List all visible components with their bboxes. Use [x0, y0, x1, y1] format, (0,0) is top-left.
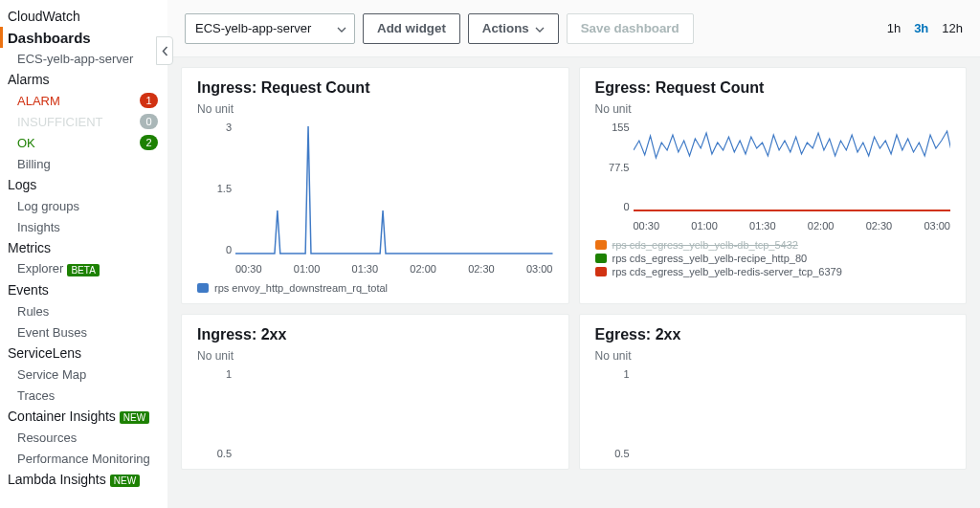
- sidebar-item-rules[interactable]: Rules: [0, 300, 167, 321]
- legend-label: rps cds_egress_yelb_yelb-redis-server_tc…: [612, 266, 842, 277]
- sidebar-item-label: Rules: [17, 304, 49, 319]
- sidebar-item-label: OK: [17, 136, 35, 150]
- widget-title: Ingress: Request Count: [197, 79, 553, 97]
- legend-swatch: [197, 283, 209, 293]
- sidebar-item-event-buses[interactable]: Event Buses: [0, 321, 167, 342]
- sidebar-item-log-groups[interactable]: Log groups: [0, 195, 167, 216]
- timerange-12h[interactable]: 12h: [942, 21, 963, 35]
- sidebar-collapse-toggle[interactable]: [156, 36, 173, 65]
- widget-unit: No unit: [595, 102, 951, 116]
- chart-egress-request-count[interactable]: 155 77.5 0 00:30 01:00 01:30 02:00 02:30: [595, 121, 951, 232]
- sidebar-item-label: ServiceLens: [8, 345, 81, 361]
- widget-title: Egress: 2xx: [595, 326, 951, 343]
- timerange-3h[interactable]: 3h: [914, 21, 928, 35]
- sidebar-item-ecs-yelb-app-server[interactable]: ECS-yelb-app-server: [0, 48, 167, 69]
- widget-ingress-request-count: Ingress: Request Count No unit 3 1.5 0 0…: [181, 67, 569, 304]
- widget-egress-request-count: Egress: Request Count No unit 155 77.5 0…: [579, 67, 968, 304]
- sidebar-item-label: Container InsightsNEW: [8, 409, 149, 424]
- sidebar-item-label: Dashboards: [8, 30, 91, 46]
- sidebar-tag: NEW: [110, 475, 140, 487]
- sidebar-item-container-insights[interactable]: Container InsightsNEW: [0, 406, 167, 427]
- chart-legend: rps envoy_http_downstream_rq_total: [197, 282, 553, 294]
- legend-item[interactable]: rps cds_egress_yelb_yelb-db_tcp_5432: [595, 239, 951, 251]
- chevron-down-icon: [337, 21, 346, 35]
- sidebar-item-dashboards[interactable]: Dashboards: [0, 27, 167, 48]
- widget-unit: No unit: [197, 102, 553, 116]
- sidebar-item-label: Resources: [17, 431, 77, 445]
- sidebar-item-traces[interactable]: Traces: [0, 385, 167, 406]
- sidebar-item-label: Metrics: [8, 240, 51, 255]
- sidebar-item-label: Event Buses: [17, 325, 87, 340]
- sidebar-item-servicelens[interactable]: ServiceLens: [0, 342, 167, 364]
- legend-label: rps cds_egress_yelb_yelb-recipe_http_80: [612, 253, 808, 264]
- widget-egress-2xx: Egress: 2xx No unit 1 0.5: [579, 314, 968, 470]
- sidebar-item-resources[interactable]: Resources: [0, 427, 167, 448]
- legend-item[interactable]: rps cds_egress_yelb_yelb-redis-server_tc…: [595, 266, 951, 277]
- chart-egress-2xx[interactable]: 1 0.5: [595, 368, 951, 459]
- sidebar-badge: 2: [140, 135, 158, 150]
- add-widget-button[interactable]: Add widget: [363, 13, 460, 44]
- legend-label: rps cds_egress_yelb_yelb-db_tcp_5432: [612, 239, 798, 251]
- legend-item[interactable]: rps envoy_http_downstream_rq_total: [197, 282, 553, 294]
- sidebar-item-label: ExplorerBETA: [17, 261, 100, 276]
- sidebar-item-ok[interactable]: OK2: [0, 132, 167, 153]
- sidebar-tag: NEW: [120, 411, 149, 424]
- dashboard-select-value: ECS-yelb-app-server: [195, 21, 311, 35]
- sidebar-item-explorer[interactable]: ExplorerBETA: [0, 258, 167, 279]
- legend-item[interactable]: rps cds_egress_yelb_yelb-recipe_http_80: [595, 253, 951, 264]
- widget-ingress-2xx: Ingress: 2xx No unit 1 0.5: [181, 314, 569, 470]
- chart-legend: rps cds_egress_yelb_yelb-db_tcp_5432rps …: [595, 239, 951, 277]
- sidebar-item-label: Log groups: [17, 199, 79, 213]
- sidebar-item-label: CloudWatch: [8, 9, 80, 24]
- widget-unit: No unit: [595, 349, 951, 363]
- sidebar-tag: BETA: [67, 264, 99, 276]
- legend-swatch: [595, 240, 607, 250]
- sidebar-item-label: Performance Monitoring: [17, 452, 150, 466]
- sidebar-item-label: Lambda InsightsNEW: [8, 472, 140, 487]
- dashboard-select[interactable]: ECS-yelb-app-server: [185, 13, 355, 44]
- sidebar-badge: 1: [140, 93, 158, 108]
- sidebar-item-performance-monitoring[interactable]: Performance Monitoring: [0, 448, 167, 469]
- sidebar-item-metrics[interactable]: Metrics: [0, 237, 167, 258]
- sidebar-item-label: ECS-yelb-app-server: [17, 52, 133, 66]
- sidebar-item-label: Alarms: [8, 72, 50, 87]
- sidebar-item-events[interactable]: Events: [0, 279, 167, 300]
- sidebar-item-label: Events: [8, 282, 49, 298]
- chart-ingress-request-count[interactable]: 3 1.5 0 00:30 01:00 01:30 02:00 02:30 03…: [197, 121, 553, 275]
- sidebar-item-logs[interactable]: Logs: [0, 174, 167, 195]
- sidebar-item-cloudwatch[interactable]: CloudWatch: [0, 6, 167, 27]
- actions-button[interactable]: Actions: [468, 13, 559, 44]
- sidebar-item-insights[interactable]: Insights: [0, 216, 167, 237]
- timerange: 1h3h12h: [887, 21, 963, 35]
- chevron-down-icon: [535, 21, 545, 35]
- sidebar-item-label: Insights: [17, 220, 60, 234]
- sidebar-item-label: ALARM: [17, 94, 60, 108]
- legend-label: rps envoy_http_downstream_rq_total: [214, 282, 388, 294]
- sidebar-item-label: Billing: [17, 157, 51, 171]
- sidebar-item-label: Service Map: [17, 367, 86, 382]
- chart-ingress-2xx[interactable]: 1 0.5: [197, 368, 553, 459]
- sidebar-item-lambda-insights[interactable]: Lambda InsightsNEW: [0, 469, 167, 490]
- save-dashboard-button: Save dashboard: [567, 13, 694, 44]
- sidebar-item-insufficient[interactable]: INSUFFICIENT0: [0, 111, 167, 132]
- legend-swatch: [595, 267, 607, 276]
- sidebar-item-alarm[interactable]: ALARM1: [0, 90, 167, 111]
- timerange-1h[interactable]: 1h: [887, 21, 901, 35]
- widget-title: Egress: Request Count: [595, 79, 951, 97]
- sidebar-item-service-map[interactable]: Service Map: [0, 364, 167, 385]
- toolbar: ECS-yelb-app-server Add widget Actions S…: [167, 0, 980, 57]
- sidebar-item-alarms[interactable]: Alarms: [0, 69, 167, 90]
- legend-swatch: [595, 254, 607, 263]
- sidebar-item-billing[interactable]: Billing: [0, 153, 167, 174]
- sidebar-item-label: INSUFFICIENT: [17, 115, 103, 129]
- widget-unit: No unit: [197, 349, 553, 363]
- widget-title: Ingress: 2xx: [197, 326, 553, 343]
- sidebar-item-label: Traces: [17, 388, 55, 403]
- sidebar-badge: 0: [140, 114, 158, 129]
- sidebar-item-label: Logs: [8, 177, 36, 192]
